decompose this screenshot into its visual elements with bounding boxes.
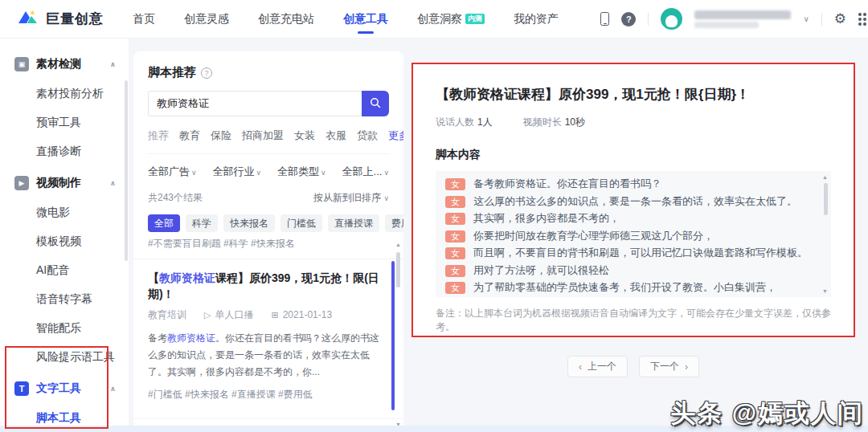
script-detail-panel: 【教师资格证课程】原价399，现1元抢！限{日期}！ 说话人数1人 视频时长10…	[411, 63, 855, 337]
account-chevron-down-icon[interactable]: ∨	[803, 14, 809, 23]
chevron-left-icon: ‹	[579, 361, 582, 373]
nav-item-insight[interactable]: 创意洞察内测	[417, 12, 485, 26]
video-production-icon: ▶	[14, 176, 29, 190]
sidebar-item-smart-music[interactable]: 智能配乐	[0, 313, 129, 342]
speaker-badge: 女	[445, 282, 465, 294]
play-icon: ▷	[204, 310, 211, 320]
filter-industry[interactable]: 全部行业∨	[213, 165, 262, 179]
filter-type[interactable]: 全部类型∨	[277, 165, 326, 179]
more-categories-button[interactable]: 更多 ∨	[388, 128, 403, 143]
script-line: 女而且啊，不要盲目的背书和刷题，可以用记忆口诀做题套路和写作模板。	[445, 246, 810, 263]
chevron-right-icon: ›	[685, 361, 688, 373]
result-count: 共243个结果	[148, 191, 203, 205]
scroll-up-arrow-icon[interactable]: ▲	[395, 242, 401, 247]
sort-order-dropdown[interactable]: 按从新到旧排序 ∨	[313, 191, 389, 205]
speaker-count: 说话人数1人	[436, 116, 493, 129]
sidebar-section-material-check[interactable]: ▣ 素材检测 ∧	[0, 49, 129, 79]
script-card-selected[interactable]: 【教师资格证课程】原价399，现1元抢！限(日期)！ 教育培训 ▷单人口播 ⊞2…	[133, 259, 403, 410]
previous-button[interactable]: ‹上一个	[567, 356, 628, 377]
script-search-panel: 脚本推荐 ? 推荐 教育 保险 招商加盟 女装 衣服 贷款 更多 ∨	[133, 51, 403, 432]
brand-name: 巨量创意	[46, 10, 104, 28]
script-line: 女你要把时间放在教育学心理学师德三观这几个部分，	[445, 229, 810, 247]
collapse-caret-icon[interactable]: ∧	[110, 179, 116, 187]
collapse-caret-icon[interactable]: ∧	[110, 385, 116, 393]
sidebar-section-video-production[interactable]: ▶ 视频制作 ∧	[0, 168, 129, 198]
scroll-down-arrow-icon[interactable]: ▼	[822, 288, 828, 294]
scroll-up-arrow-icon[interactable]: ▲	[822, 174, 828, 180]
filter-ad-type[interactable]: 全部广告∨	[148, 165, 197, 179]
tag-pill-all[interactable]: 全部	[148, 214, 180, 232]
script-line: 女用对了方法呀，就可以很轻松	[445, 263, 810, 281]
chevron-down-icon: ∨	[321, 169, 326, 177]
card-excerpt: 备考教师资格证。你还在盲目的看书吗？这么厚的书这么多的知识点，要是一条一条看的话…	[148, 330, 384, 381]
search-input[interactable]	[148, 91, 362, 116]
sidebar-item-pre-launch-analysis[interactable]: 素材投前分析	[0, 79, 129, 108]
next-button[interactable]: 下一个›	[639, 356, 699, 377]
beta-badge: 内测	[465, 14, 485, 24]
top-navbar: 巨量创意 首页 创意灵感 创意充电站 创意工具 创意洞察内测 我的资产 ? ∨ …	[0, 0, 868, 39]
search-button[interactable]	[362, 91, 389, 116]
sidebar-item-risk-warning-tool[interactable]: 风险提示语工具	[0, 342, 129, 371]
tag-pill-science[interactable]: 科学	[186, 214, 218, 232]
panel-title: 脚本推荐	[148, 65, 196, 80]
sidebar-item-speech-to-subtitle[interactable]: 语音转字幕	[0, 284, 129, 313]
sidebar-item-template-video[interactable]: 模板视频	[0, 226, 129, 255]
divider	[648, 13, 649, 26]
sidebar-item-live-diagnosis[interactable]: 直播诊断	[0, 137, 129, 165]
card-tags: #门槛低 #快来报名 #直播授课 #费用低	[148, 388, 384, 401]
script-line: 女这么厚的书这么多的知识点，要是一条一条看的话，效率实在太低了。	[445, 194, 810, 212]
sidebar-item-micro-film[interactable]: 微电影	[0, 198, 129, 226]
collapse-caret-icon[interactable]: ∧	[110, 60, 116, 68]
script-lines-scrollarea[interactable]: 女备考教师资格证。你还在盲目的看书吗？ 女这么厚的书这么多的知识点，要是一条一条…	[436, 171, 831, 297]
nav-item-creative-tools[interactable]: 创意工具	[343, 12, 388, 26]
detail-title: 【教师资格证课程】原价399，现1元抢！限{日期}！	[436, 85, 831, 104]
search-icon	[370, 97, 381, 111]
nav-item-inspiration[interactable]: 创意灵感	[184, 12, 229, 26]
avatar[interactable]	[661, 8, 682, 30]
brand-logo[interactable]: 巨量创意	[18, 10, 104, 29]
pager: ‹上一个 下一个›	[411, 356, 855, 377]
settings-gear-icon[interactable]: ⚙	[834, 10, 846, 27]
filter-upload-time[interactable]: 全部上...∨	[342, 165, 389, 179]
category-loans[interactable]: 贷款	[357, 128, 378, 143]
card-category: 教育培训	[148, 308, 186, 322]
card-title: 【教师资格证课程】原价399，现1元抢！限(日期)！	[148, 270, 384, 303]
speaker-badge: 女	[445, 213, 465, 225]
chevron-down-icon: ∨	[383, 194, 389, 202]
tag-pill-live-teaching[interactable]: 直播授课	[328, 214, 379, 232]
category-recommend[interactable]: 推荐	[148, 128, 169, 143]
question-circle-icon[interactable]: ?	[201, 67, 212, 79]
divider	[821, 13, 822, 26]
apps-grid-icon[interactable]	[858, 13, 868, 26]
nav-item-home[interactable]: 首页	[133, 12, 155, 26]
script-content-heading: 脚本内容	[436, 148, 831, 162]
chevron-down-icon: ∨	[191, 169, 197, 177]
text-tools-icon: T	[14, 381, 29, 396]
sidebar-scrollbar[interactable]	[125, 80, 128, 261]
sidebar-item-ai-dubbing[interactable]: AI配音	[0, 255, 129, 284]
selected-card-indicator	[391, 261, 395, 410]
chevron-down-icon: ∨	[383, 169, 389, 177]
help-icon[interactable]: ?	[621, 12, 636, 26]
list-scrollbar-thumb[interactable]	[396, 252, 400, 287]
category-womens-wear[interactable]: 女装	[294, 128, 315, 143]
category-clothes[interactable]: 衣服	[326, 128, 346, 143]
tag-pill-signup[interactable]: 快来报名	[223, 214, 275, 232]
divider	[148, 153, 389, 154]
nav-item-my-assets[interactable]: 我的资产	[514, 12, 559, 26]
category-insurance[interactable]: 保险	[211, 128, 231, 143]
sidebar: ▣ 素材检测 ∧ 素材投前分析 预审工具 直播诊断 ▶ 视频制作 ∧ 微电影 模…	[0, 39, 129, 432]
sidebar-item-preaudit-tool[interactable]: 预审工具	[0, 108, 129, 137]
mobile-app-icon[interactable]	[600, 12, 609, 26]
script-scrollbar-thumb[interactable]	[824, 183, 828, 215]
tag-pill-low-cost[interactable]: 费用低	[385, 214, 403, 232]
sidebar-section-text-tools[interactable]: T 文字工具 ∧	[0, 373, 129, 403]
category-education[interactable]: 教育	[179, 128, 200, 143]
nav-item-charging-station[interactable]: 创意充电站	[258, 12, 314, 26]
tag-pill-low-threshold[interactable]: 门槛低	[280, 214, 322, 232]
app-window: 巨量创意 首页 创意灵感 创意充电站 创意工具 创意洞察内测 我的资产 ? ∨ …	[0, 0, 868, 432]
chevron-down-icon: ∨	[256, 169, 262, 177]
script-result-list: #不需要盲目刷题 #科学 #快来报名 【教师资格证课程】原价399，现1元抢！限…	[133, 239, 403, 432]
category-franchise[interactable]: 招商加盟	[242, 128, 284, 143]
script-line: 女为了帮助零基础的学员快速备考，我们开设了教资。小白集训营，	[445, 280, 810, 297]
